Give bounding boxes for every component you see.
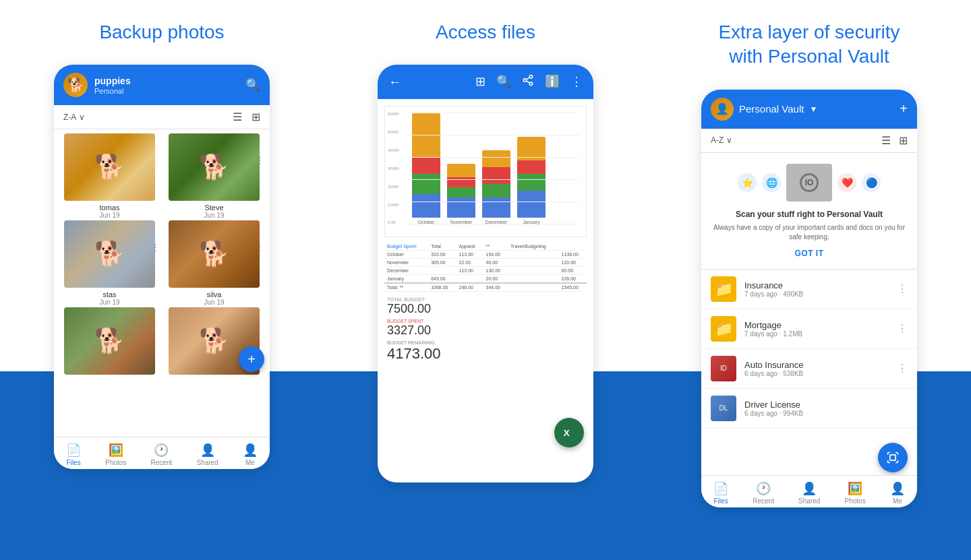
y-label-0: 0.00	[388, 220, 399, 224]
insurance-thumb: ID	[711, 356, 736, 381]
folder-subfolder: Personal	[94, 87, 131, 95]
sort-control[interactable]: Z-A ∨	[63, 113, 85, 122]
photo-thumb-tomas[interactable]: 🐕	[64, 133, 155, 201]
phone-mockup-1: 🐕 puppies Personal 🔍 Z-A ∨ ☰ ⊞	[54, 65, 270, 469]
excel-fab[interactable]: X	[554, 418, 584, 447]
search-icon-2[interactable]: 🔍	[496, 74, 511, 90]
search-icon[interactable]: 🔍	[245, 77, 260, 92]
photo-cell-tomas: 🐕 tomas Jun 19	[58, 133, 161, 219]
row-oct-apparel: 113.00	[457, 251, 483, 259]
y-label-6: 60000	[388, 112, 399, 116]
folder-yellow-1: 📁	[711, 276, 736, 302]
photo-date-tomas: Jun 19	[99, 212, 119, 219]
photos-grid: 🐕 tomas Jun 19 🐕 Steve Jun 19 ⋮ 🐕	[54, 129, 270, 379]
share-icon[interactable]	[522, 74, 534, 90]
scan-fab[interactable]	[878, 443, 908, 472]
nav-shared-label: Shared	[196, 459, 218, 466]
list-view-icon[interactable]: ☰	[233, 111, 242, 123]
row-total-travel	[508, 283, 558, 292]
more-icon-steve[interactable]: ⋮	[255, 155, 264, 166]
photo-cell-silva: 🐕 silva Jun 19 ⋮	[163, 220, 266, 306]
auto-insurance-more-icon[interactable]: ⋮	[897, 362, 908, 375]
insurance-icon: 📁	[711, 276, 736, 302]
add-vault-icon[interactable]: +	[900, 101, 908, 117]
nav-photos-3[interactable]: 🖼️ Photos	[845, 481, 866, 505]
row-dec-misc: 130.00	[483, 267, 508, 275]
mortgage-icon: 📁	[711, 316, 736, 342]
dog-brown-img: 🐕	[169, 220, 260, 288]
more-icon-silva[interactable]: ⋮	[255, 242, 264, 253]
svg-text:X: X	[564, 428, 570, 438]
vault-header-left: 👤 Personal Vault ▼	[711, 98, 817, 121]
nav-shared-3[interactable]: 👤 Shared	[798, 481, 820, 505]
nav-files-label-3: Files	[714, 497, 728, 505]
add-photo-fab[interactable]: +	[239, 346, 264, 372]
row-total-total: 1068.00	[428, 283, 456, 292]
photo-date-steve: Jun 19	[204, 212, 224, 219]
safe-dial: IO	[800, 173, 819, 192]
phone1-toolbar: Z-A ∨ ☰ ⊞	[54, 105, 270, 129]
mortgage-more-icon[interactable]: ⋮	[897, 322, 908, 335]
svg-point-1	[523, 79, 527, 82]
row-dec-travel	[508, 267, 558, 275]
list-icon-3[interactable]: ☰	[881, 134, 891, 147]
info-icon[interactable]: ℹ️	[545, 74, 560, 90]
got-it-button[interactable]: GOT IT	[795, 249, 824, 258]
nav-me-3[interactable]: 👤 Me	[890, 481, 905, 505]
mortgage-meta: 7 days ago · 1.2MB	[744, 330, 897, 338]
budget-remaining-value: 4173.00	[387, 345, 441, 363]
vault-dropdown-icon[interactable]: ▼	[809, 104, 817, 114]
sort-label-text: Z-A	[63, 113, 76, 122]
more-icon-stas[interactable]: ⋮	[150, 242, 160, 253]
photos-icon-3: 🖼️	[848, 481, 862, 496]
photo-cell-6: 🐕 +	[163, 307, 266, 375]
auto-insurance-info: Auto Insurance 6 days ago · 538KB	[744, 360, 897, 377]
nav-me-1[interactable]: 👤 Me	[243, 443, 258, 466]
sort-control-3[interactable]: A-Z ∨	[711, 135, 732, 145]
mortgage-info: Mortgage 7 days ago · 1.2MB	[744, 320, 897, 338]
summary-block: TOTAL BUDGET 7500.00 BUDGET SPENT 3327.0…	[387, 297, 441, 363]
heart-icon: ❤️	[837, 173, 856, 192]
row-dec-extra: 60.00	[559, 267, 587, 275]
vault-promo-title: Scan your stuff right to Personal Vault	[736, 210, 883, 219]
photo-label-silva: silva	[206, 290, 221, 299]
nav-shared-label-3: Shared	[798, 497, 820, 505]
nav-shared-1[interactable]: 👤 Shared	[196, 443, 218, 466]
photo-date-stas: Jun 19	[99, 299, 119, 306]
row-total-apparel: 248.00	[457, 283, 483, 292]
nav-files-3[interactable]: 📄 Files	[713, 481, 728, 505]
back-arrow-icon[interactable]: ←	[388, 74, 402, 90]
budget-spent-label: BUDGET SPENT	[387, 319, 441, 323]
photo-thumb-5[interactable]: 🐕	[64, 307, 155, 375]
svg-line-4	[526, 77, 529, 80]
grid-icon[interactable]: ⊞	[475, 74, 486, 90]
nav-recent-1[interactable]: 🕐 Recent	[151, 443, 173, 466]
y-axis: 60000 50000 40000 30000 20000 10000 0.00	[388, 112, 399, 224]
photo-thumb-steve[interactable]: 🐕	[169, 133, 260, 201]
nav-recent-3[interactable]: 🕐 Recent	[753, 481, 774, 505]
more-icon-header[interactable]: ⋮	[570, 74, 583, 90]
photo-cell-5: 🐕	[58, 307, 161, 375]
phone3-toolbar: A-Z ∨ ☰ ⊞	[701, 129, 917, 153]
nav-photos-label: Photos	[105, 459, 126, 466]
nav-files-1[interactable]: 📄 Files	[66, 443, 81, 466]
vault-title: Personal Vault	[739, 103, 804, 115]
dog-green-img: 🐕	[169, 133, 260, 201]
recent-icon-3: 🕐	[756, 481, 771, 496]
photo-thumb-stas[interactable]: 🐕	[64, 220, 155, 288]
grid-view-icon[interactable]: ⊞	[252, 111, 260, 123]
photo-thumb-silva[interactable]: 🐕	[169, 220, 260, 288]
shared-icon-3: 👤	[802, 481, 817, 496]
dot-icon: 🔵	[862, 173, 881, 192]
nav-photos-1[interactable]: 🖼️ Photos	[105, 443, 126, 466]
vault-promo: ⭐ 🌐 IO ❤️ 🔵 Scan your stuff right to Per…	[701, 153, 917, 270]
me-icon-3: 👤	[890, 481, 905, 496]
col-misc: **	[483, 243, 508, 251]
panel3-title: Extra layer of securitywith Personal Vau…	[705, 20, 913, 69]
grid-icon-3[interactable]: ⊞	[899, 134, 908, 147]
y-label-5: 50000	[388, 130, 399, 134]
row-oct-extra: 1138.00	[559, 251, 587, 259]
row-jan-travel	[508, 275, 558, 284]
insurance-more-icon[interactable]: ⋮	[897, 282, 908, 295]
col-apparel: Apparel	[457, 243, 483, 251]
